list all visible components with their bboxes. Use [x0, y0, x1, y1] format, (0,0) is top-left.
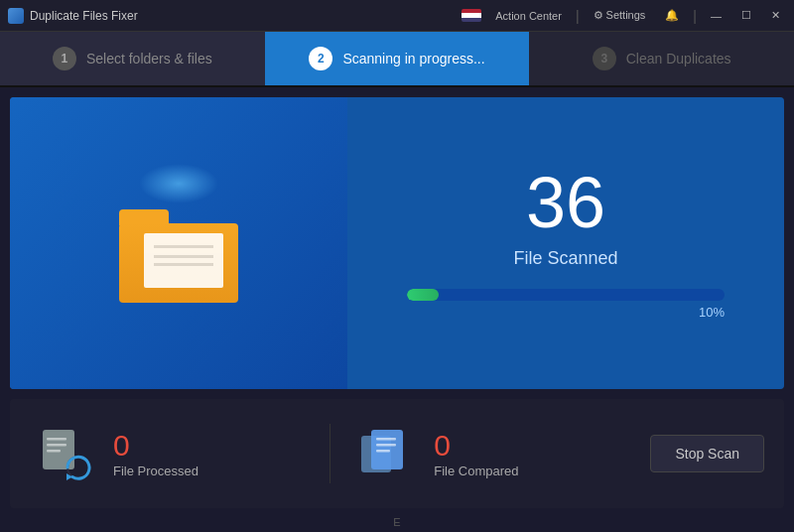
- stop-scan-button[interactable]: Stop Scan: [650, 435, 764, 472]
- title-controls: Action Center | ⚙ Settings 🔔 | — ☐ ✕: [462, 7, 786, 24]
- svg-rect-3: [47, 450, 61, 453]
- file-processed-stat: 0 File Processed: [30, 419, 310, 488]
- progress-container: 10%: [407, 289, 725, 320]
- step-3-number: 3: [593, 47, 616, 70]
- step-2-label: Scanning in progress...: [342, 51, 484, 66]
- content-area: 36 File Scanned 10%: [10, 97, 784, 389]
- file-compared-label: File Compared: [434, 464, 518, 478]
- progress-track: [407, 289, 725, 301]
- app-container: 1 Select folders & files 2 Scanning in p…: [0, 32, 794, 532]
- svg-rect-8: [376, 438, 396, 441]
- scan-count: 36: [526, 167, 605, 238]
- file-compared-icon-container: [350, 419, 420, 488]
- progress-percent: 10%: [407, 305, 725, 320]
- stats-divider: [330, 424, 331, 483]
- notifications-button[interactable]: 🔔: [659, 7, 685, 24]
- action-center-button[interactable]: Action Center: [489, 8, 568, 24]
- folder-body: [119, 223, 238, 303]
- steps-header: 1 Select folders & files 2 Scanning in p…: [0, 32, 794, 87]
- file-compare-svg: [355, 424, 415, 483]
- folder-animation: [109, 184, 248, 303]
- minimize-button[interactable]: —: [705, 8, 728, 24]
- file-compared-info: 0 File Compared: [434, 429, 518, 478]
- bottom-stats: 0 File Processed: [10, 399, 784, 508]
- footer-label: E: [0, 516, 794, 532]
- file-compared-stat: 0 File Compared: [350, 419, 630, 488]
- folder-paper: [144, 233, 223, 288]
- file-processed-info: 0 File Processed: [113, 429, 198, 478]
- step-3-label: Clean Duplicates: [626, 51, 731, 66]
- step-2-number: 2: [309, 47, 332, 70]
- scan-label: File Scanned: [513, 248, 617, 269]
- flag-icon[interactable]: [462, 9, 481, 22]
- folder-glow: [139, 164, 218, 203]
- file-processed-label: File Processed: [113, 464, 198, 478]
- step-1[interactable]: 1 Select folders & files: [0, 32, 265, 85]
- file-process-svg: [35, 424, 94, 483]
- file-processed-icon-container: [30, 419, 99, 488]
- right-panel: 36 File Scanned 10%: [347, 97, 784, 389]
- app-title: Duplicate Files Fixer: [30, 9, 462, 23]
- app-icon: [8, 8, 24, 24]
- svg-rect-1: [47, 438, 66, 441]
- step-3: 3 Clean Duplicates: [529, 32, 794, 85]
- step-1-number: 1: [53, 47, 76, 70]
- svg-rect-2: [47, 444, 66, 447]
- maximize-button[interactable]: ☐: [735, 7, 757, 24]
- file-process-icon: [35, 424, 94, 483]
- settings-button[interactable]: ⚙ Settings: [588, 7, 652, 24]
- left-panel: [10, 97, 347, 389]
- svg-rect-9: [376, 444, 396, 447]
- file-compare-icon: [355, 424, 415, 483]
- step-1-label: Select folders & files: [86, 51, 212, 66]
- file-processed-count: 0: [113, 429, 198, 462]
- progress-fill: [407, 289, 439, 301]
- svg-rect-10: [376, 450, 390, 453]
- title-bar: Duplicate Files Fixer Action Center | ⚙ …: [0, 0, 794, 32]
- step-2[interactable]: 2 Scanning in progress...: [265, 32, 530, 85]
- file-compared-count: 0: [434, 429, 518, 462]
- close-button[interactable]: ✕: [765, 7, 786, 24]
